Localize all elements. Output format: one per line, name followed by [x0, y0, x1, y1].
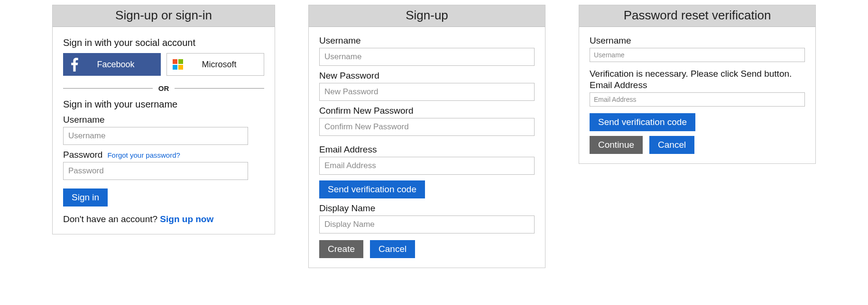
signup-prompt-row: Don't have an account? Sign up now — [63, 214, 264, 224]
password-label: Password — [63, 150, 102, 160]
signup-button-row: Create Cancel — [319, 240, 535, 258]
reset-username-input[interactable] — [590, 48, 805, 62]
forgot-password-link[interactable]: Forgot your password? — [107, 151, 180, 159]
reset-panel: Password reset verification Username Ver… — [579, 5, 816, 164]
social-signin-title: Sign in with your social account — [63, 37, 264, 48]
username-input[interactable] — [63, 127, 248, 145]
verification-message: Verification is necessary. Please click … — [590, 69, 805, 79]
or-text: OR — [153, 84, 175, 92]
confirm-password-label: Confirm New Password — [319, 106, 535, 116]
reset-username-label: Username — [590, 36, 805, 46]
signin-button[interactable]: Sign in — [63, 188, 108, 206]
password-input[interactable] — [63, 162, 248, 180]
reset-email-input[interactable] — [590, 92, 805, 107]
or-divider: OR — [63, 84, 264, 92]
username-label: Username — [63, 115, 264, 125]
facebook-icon — [64, 57, 85, 72]
social-buttons-row: Facebook Microsoft — [63, 53, 264, 76]
continue-button[interactable]: Continue — [590, 136, 643, 154]
signup-cancel-button[interactable]: Cancel — [370, 240, 415, 258]
reset-send-code-button[interactable]: Send verification code — [590, 113, 695, 131]
facebook-button[interactable]: Facebook — [63, 53, 161, 76]
display-name-label: Display Name — [319, 203, 535, 214]
create-button[interactable]: Create — [319, 240, 363, 258]
signup-panel: Sign-up Username New Password Confirm Ne… — [308, 5, 545, 268]
display-name-input[interactable] — [319, 215, 535, 233]
microsoft-button[interactable]: Microsoft — [166, 53, 264, 76]
new-password-input[interactable] — [319, 83, 535, 101]
reset-cancel-button[interactable]: Cancel — [649, 136, 694, 154]
reset-header: Password reset verification — [579, 5, 815, 27]
signup-username-label: Username — [319, 36, 535, 46]
signup-send-code-button[interactable]: Send verification code — [319, 180, 425, 198]
reset-button-row: Continue Cancel — [590, 136, 805, 154]
signup-email-label: Email Address — [319, 144, 535, 155]
signin-panel: Sign-up or sign-in Sign in with your soc… — [52, 5, 275, 234]
facebook-label: Facebook — [85, 60, 160, 70]
microsoft-icon — [167, 59, 189, 70]
signup-prompt: Don't have an account? — [63, 214, 157, 224]
microsoft-label: Microsoft — [189, 60, 264, 70]
signin-body: Sign in with your social account Faceboo… — [53, 27, 275, 234]
signup-body: Username New Password Confirm New Passwo… — [309, 27, 545, 268]
signup-email-input[interactable] — [319, 157, 535, 175]
new-password-label: New Password — [319, 71, 535, 81]
signin-header: Sign-up or sign-in — [53, 5, 275, 27]
reset-body: Username Verification is necessary. Plea… — [579, 27, 815, 163]
confirm-password-input[interactable] — [319, 118, 535, 136]
password-label-row: Password Forgot your password? — [63, 150, 264, 160]
signup-username-input[interactable] — [319, 48, 535, 66]
signup-header: Sign-up — [309, 5, 545, 27]
signup-link[interactable]: Sign up now — [160, 214, 213, 224]
reset-email-label: Email Address — [590, 80, 805, 90]
local-signin-title: Sign in with your username — [63, 99, 264, 110]
